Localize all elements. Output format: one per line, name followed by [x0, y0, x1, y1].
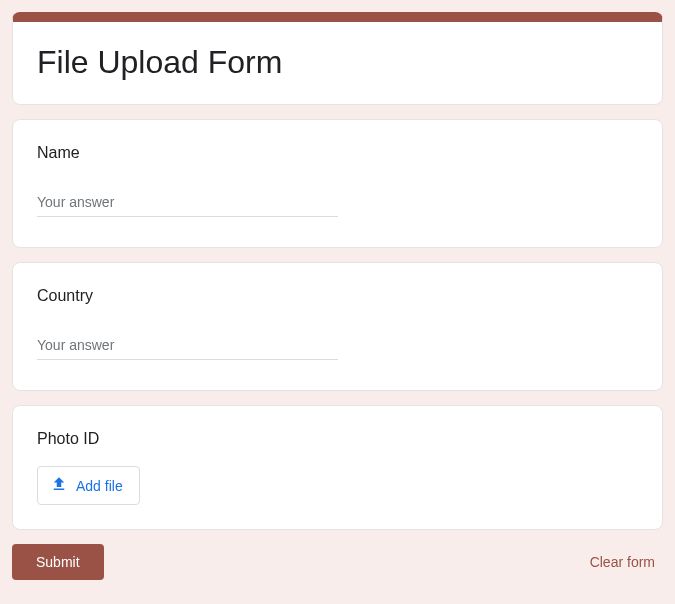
clear-form-link[interactable]: Clear form [582, 546, 663, 578]
country-input[interactable] [37, 333, 338, 360]
form-container: File Upload Form Name Country Photo ID A… [12, 12, 663, 580]
form-title: File Upload Form [37, 42, 638, 82]
question-card-photo-id: Photo ID Add file [12, 405, 663, 530]
form-footer: Submit Clear form [12, 544, 663, 580]
submit-button[interactable]: Submit [12, 544, 104, 580]
add-file-label: Add file [76, 478, 123, 494]
question-card-country: Country [12, 262, 663, 391]
upload-icon [50, 475, 68, 496]
question-label-photo-id: Photo ID [37, 430, 638, 448]
add-file-button[interactable]: Add file [37, 466, 140, 505]
name-input[interactable] [37, 190, 338, 217]
question-label-country: Country [37, 287, 638, 305]
question-label-name: Name [37, 144, 638, 162]
question-card-name: Name [12, 119, 663, 248]
form-header-card: File Upload Form [12, 12, 663, 105]
